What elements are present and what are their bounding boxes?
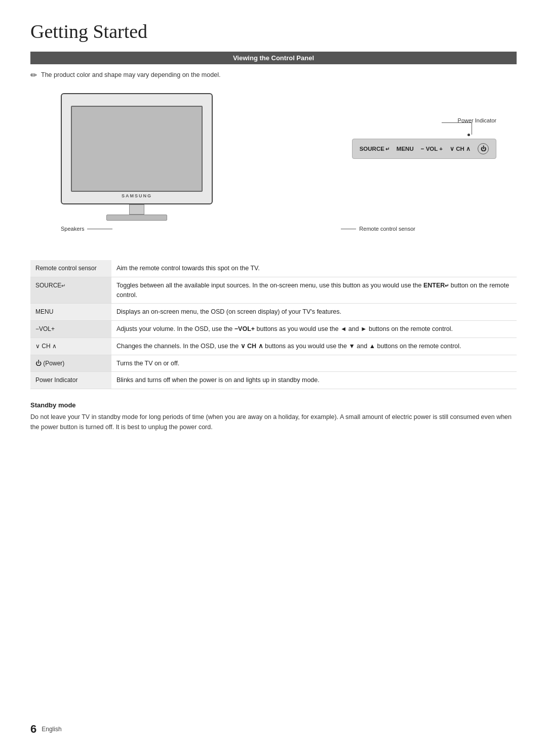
table-cell-label: ∨ CH ∧ bbox=[30, 338, 111, 355]
source-enter-icon: ↵ bbox=[385, 146, 389, 152]
table-cell-description: Toggles between all the available input … bbox=[111, 277, 517, 304]
page-title: Getting Started bbox=[30, 20, 517, 43]
standby-heading: Standby mode bbox=[30, 401, 517, 409]
standby-text: Do not leave your TV in standby mode for… bbox=[30, 412, 517, 432]
power-indicator-dot bbox=[467, 134, 470, 136]
ctrl-source: SOURCE ↵ bbox=[360, 146, 389, 152]
tv-outer: SAMSUNG bbox=[61, 93, 213, 204]
footer-page-number: 6 bbox=[30, 723, 36, 736]
ctrl-ch: ∨ CH ∧ bbox=[450, 145, 471, 152]
table-cell-description: Aim the remote control towards this spot… bbox=[111, 260, 517, 277]
section-header: Viewing the Control Panel bbox=[30, 52, 517, 64]
speakers-label: Speakers bbox=[61, 226, 112, 232]
control-table: Remote control sensorAim the remote cont… bbox=[30, 260, 517, 389]
note-icon: ✏ bbox=[30, 70, 37, 80]
tv-illustration: SAMSUNG bbox=[61, 93, 213, 221]
note-line: ✏ The product color and shape may vary d… bbox=[30, 71, 517, 80]
table-cell-label: Power Indicator bbox=[30, 372, 111, 389]
table-row: MENUDisplays an on-screen menu, the OSD … bbox=[30, 304, 517, 321]
table-cell-description: Changes the channels. In the OSD, use th… bbox=[111, 338, 517, 355]
table-row: Remote control sensorAim the remote cont… bbox=[30, 260, 517, 277]
table-cell-label: Remote control sensor bbox=[30, 260, 111, 277]
table-cell-description: Adjusts your volume. In the OSD, use the… bbox=[111, 321, 517, 338]
table-row: ⏻ (Power)Turns the TV on or off. bbox=[30, 355, 517, 372]
tv-brand: SAMSUNG bbox=[122, 193, 152, 198]
table-cell-label: MENU bbox=[30, 304, 111, 321]
remote-sensor-label: Remote control sensor bbox=[341, 226, 415, 232]
remote-sensor-line bbox=[341, 229, 356, 229]
tv-stand-neck bbox=[129, 204, 144, 215]
note-text: The product color and shape may vary dep… bbox=[41, 71, 220, 78]
ctrl-vol: − VOL + bbox=[421, 146, 443, 152]
standby-section: Standby mode Do not leave your TV in sta… bbox=[30, 401, 517, 432]
table-cell-label: −VOL+ bbox=[30, 321, 111, 338]
ctrl-power: ⏻ bbox=[478, 143, 489, 154]
tv-stand-base bbox=[106, 215, 167, 221]
table-cell-label: ⏻ (Power) bbox=[30, 355, 111, 372]
control-panel-strip: SOURCE ↵ MENU − VOL + ∨ CH ∧ ⏻ bbox=[352, 139, 496, 159]
pi-connector-v bbox=[472, 122, 472, 135]
table-row: SOURCE↵Toggles between all the available… bbox=[30, 277, 517, 304]
table-row: ∨ CH ∧Changes the channels. In the OSD, … bbox=[30, 338, 517, 355]
footer-language: English bbox=[42, 726, 61, 733]
table-row: Power IndicatorBlinks and turns off when… bbox=[30, 372, 517, 389]
ctrl-menu: MENU bbox=[397, 146, 414, 152]
diagram-area: SAMSUNG Power Indicator SOURCE ↵ MENU − … bbox=[30, 88, 517, 250]
tv-screen bbox=[71, 106, 203, 192]
table-cell-description: Displays an on-screen menu, the OSD (on … bbox=[111, 304, 517, 321]
table-cell-description: Blinks and turns off when the power is o… bbox=[111, 372, 517, 389]
table-row: −VOL+Adjusts your volume. In the OSD, us… bbox=[30, 321, 517, 338]
footer: 6 English bbox=[30, 723, 62, 736]
table-cell-description: Turns the TV on or off. bbox=[111, 355, 517, 372]
speakers-line bbox=[87, 229, 112, 229]
pi-connector-h bbox=[442, 122, 472, 123]
table-cell-label: SOURCE↵ bbox=[30, 277, 111, 304]
